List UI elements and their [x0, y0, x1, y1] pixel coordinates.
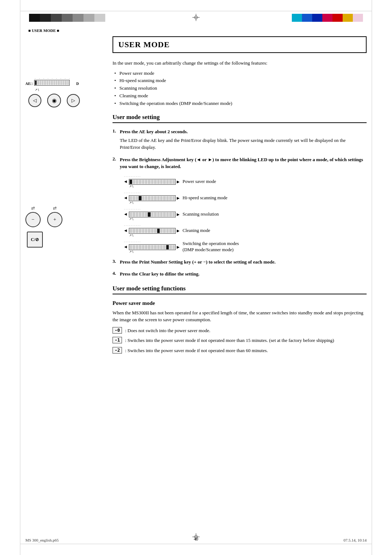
led-label-switching-2: (DMP mode/Scanner mode) — [183, 247, 239, 253]
d-label: D — [76, 82, 79, 86]
clear-button[interactable]: C/⊘ — [27, 232, 43, 248]
step-4: 4. Press the Clear key to difine the set… — [113, 270, 367, 278]
minus-button[interactable]: − — [25, 212, 41, 227]
title-box: USER MODE — [113, 36, 367, 53]
left-button[interactable]: ◁ — [28, 94, 41, 107]
ae-diagram: AE□ ········· ↗∖ — [25, 80, 105, 107]
feature-list: Power saver mode Hi-speed scanning mode … — [113, 70, 367, 107]
step-4-number: 4. — [113, 270, 116, 276]
feature-item-3: Scanning resolution — [114, 85, 367, 92]
led-row-hispeed: ·········· ◄ — [123, 192, 367, 204]
led-row-scanning: ·········· ◄ — [123, 208, 367, 221]
feature-item-5: Switching the operation modes (DMP mode/… — [114, 100, 367, 107]
print-controls-diagram: ⇄ − ⇄ + C/⊘ — [25, 205, 105, 248]
header-label: USER MODE — [28, 28, 59, 33]
intro-text: In the user mode, you can arbitrarily ch… — [113, 60, 367, 67]
step-1-sub: The LED of the AE key and the Print/Erro… — [120, 137, 367, 151]
footer-right: 07.5.14, 10:14 — [343, 538, 367, 542]
step-1: 1. Press the AE key about 2 seconds. The… — [113, 128, 367, 151]
plus-button[interactable]: + — [47, 212, 62, 227]
led-indicator-hispeed: ·········· ◄ — [123, 192, 180, 204]
icon-desc-row-2: -2 : Switches into the power saver mode … — [113, 347, 367, 354]
power-saver-desc: When the MS300II has not been operated f… — [113, 309, 367, 323]
icon-badge-2: -2 — [113, 347, 122, 354]
led-label-cleaning: Cleaning mode — [183, 228, 210, 234]
icon-desc-text-0: : Does not switch into the power saver m… — [125, 327, 210, 334]
user-mode-functions-heading: User mode setting functions — [113, 285, 367, 294]
right-button[interactable]: ▷ — [67, 94, 80, 107]
user-mode-setting-heading: User mode setting — [113, 114, 367, 123]
icon-desc-row-1: -1 : Switches into the power saver mode … — [113, 337, 367, 344]
step-1-main: Press the AE key about 2 seconds. — [120, 128, 367, 135]
feature-item-4: Cleaning mode — [114, 92, 367, 100]
icon-badge-1: -1 — [113, 337, 122, 343]
main-content: USER MODE In the user mode, you can arbi… — [113, 36, 367, 533]
icon-badge-0: -0 — [113, 327, 122, 334]
led-row-power-saver: ·········· ◄ — [123, 175, 367, 188]
led-indicator-power-saver: ·········· ◄ — [123, 175, 180, 188]
led-label-power-saver: Power saver mode — [183, 179, 216, 185]
left-diagram-area: AE□ ········· ↗∖ — [25, 36, 105, 248]
led-indicator-cleaning: ·········· ◄ — [123, 224, 180, 237]
led-label-hispeed: Hi-speed scanning mode — [183, 195, 228, 201]
step-3-main: Press the Print Number Setting key (+ or… — [120, 258, 367, 266]
ae-label: AE□ — [25, 82, 33, 86]
led-indicator-switching: ·········· ◄ — [123, 241, 180, 253]
led-label-scanning: Scanning resolution — [183, 211, 219, 218]
led-indicator-scanning: ·········· ◄ — [123, 208, 180, 221]
footer-left: MS 300_english.p65 — [25, 538, 59, 542]
led-row-cleaning: ·········· ◄ — [123, 224, 367, 237]
icon-desc-row-0: -0 : Does not switch into the power save… — [113, 327, 367, 334]
icon-desc-text-1: : Switches into the power saver mode if … — [125, 337, 334, 344]
led-row-switching: ·········· ◄ — [123, 241, 367, 253]
icon-desc-text-2: : Switches into the power saver mode if … — [125, 347, 268, 354]
feature-item-2: Hi-speed scanning mode — [114, 77, 367, 85]
led-diagram-container: ·········· ◄ — [123, 175, 367, 253]
step-3-number: 3. — [113, 258, 116, 264]
step-1-number: 1. — [113, 128, 116, 134]
step-2-number: 2. — [113, 156, 116, 162]
step-3: 3. Press the Print Number Setting key (+… — [113, 258, 367, 266]
page-title: USER MODE — [118, 40, 361, 49]
step-4-main: Press the Clear key to difine the settin… — [120, 270, 367, 278]
power-saver-heading: Power saver mode — [113, 300, 367, 306]
center-button[interactable]: ◉ — [47, 94, 61, 107]
feature-item-1: Power saver mode — [114, 70, 367, 77]
step-2: 2. Press the Brightness Adjustment key (… — [113, 156, 367, 170]
step-2-main: Press the Brightness Adjustment key (◄ o… — [120, 156, 367, 170]
led-label-switching-1: Switching the operation modes — [183, 241, 239, 247]
